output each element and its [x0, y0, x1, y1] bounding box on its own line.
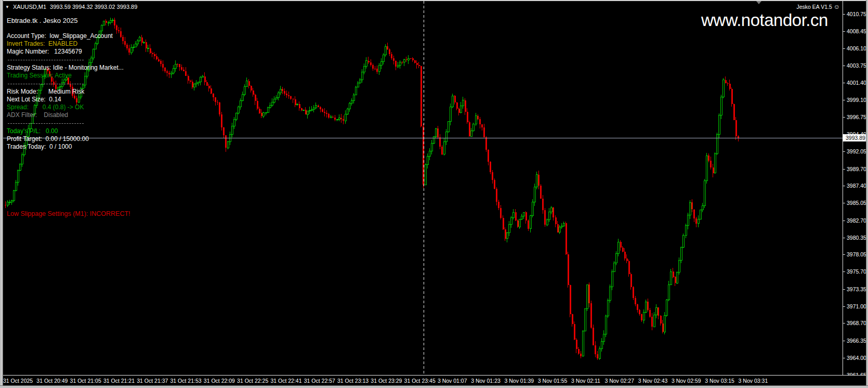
price-tick: [843, 100, 845, 100]
price-tick-label: 3973.35: [847, 286, 866, 292]
time-tick-label: 3 Nov 01:07: [438, 378, 467, 384]
ea-panel-line: Invert Trades: ENABLED: [7, 40, 124, 48]
ea-panel-line: Ebtrade.tk . Jesko 2025: [7, 17, 124, 24]
ea-panel-separator: [7, 80, 124, 88]
separator-line: [8, 84, 84, 84]
price-tick-label: 3978.05: [847, 251, 866, 257]
price-tick-label: 3985.05: [847, 200, 866, 206]
separator-line: [8, 60, 84, 60]
time-tick-label: 31 Oct 23:29: [371, 378, 402, 384]
ea-panel-line: ADX Filter: Disabled: [7, 111, 124, 119]
ea-panel-separator: [7, 119, 124, 127]
price-tick: [843, 289, 845, 290]
candlestick-chart[interactable]: [3, 1, 843, 375]
window-border-bottom: [0, 385, 868, 388]
ea-panel-line: Risk Mode: Medium Risk: [7, 88, 124, 96]
time-tick-label: 3 Nov 03:31: [739, 378, 768, 384]
price-tick: [843, 323, 845, 324]
price-tick: [843, 66, 845, 66]
ea-smiley-icon[interactable]: ☺: [834, 3, 840, 10]
price-tick: [843, 117, 845, 118]
time-tick-label: 31 Oct 23:45: [404, 378, 436, 384]
time-tick-label: 3 Nov 03:15: [705, 378, 734, 384]
quick-trade-arrow-icon[interactable]: ▼: [5, 5, 9, 9]
ea-panel-line: Trading Session: Active: [7, 72, 124, 80]
time-tick-label: 3 Nov 02:11: [571, 378, 600, 384]
time-tick-label: 3 Nov 01:39: [505, 378, 534, 384]
price-tick-label: 3996.75: [847, 114, 866, 120]
price-tick: [843, 341, 845, 341]
time-tick-label: 31 Oct 21:05: [70, 378, 101, 384]
price-tick-label: 3964.00: [847, 355, 866, 361]
price-tick: [843, 306, 845, 307]
ea-panel-line: Trades Today: 0 / 1000: [7, 143, 124, 151]
ea-panel-line: Strategy Status: Idle - Monitoring Marke…: [7, 64, 124, 72]
price-tick-label: 4008.45: [847, 28, 866, 34]
time-tick-label: 31 Oct 20:49: [36, 378, 68, 384]
price-tick-label: 3971.00: [847, 303, 866, 309]
price-tick-label: 3982.70: [847, 217, 866, 224]
price-tick-label: 4001.40: [847, 80, 866, 86]
price-tick: [843, 48, 845, 49]
symbol-label: XAUUSD,M1: [13, 4, 46, 10]
price-tick: [843, 186, 845, 186]
price-axis[interactable]: 4010.754008.454006.104003.754001.403999.…: [843, 1, 866, 375]
ea-panel-separator: [7, 56, 124, 64]
time-tick-label: 31 Oct 22:41: [270, 378, 301, 384]
time-tick-label: 3 Nov 02:43: [638, 378, 668, 384]
time-tick-label: 31 Oct 22:09: [204, 378, 235, 384]
price-tick-label: 3966.35: [847, 338, 866, 344]
price-tick-label: 4010.75: [847, 11, 866, 17]
time-tick-label: 3 Nov 02:27: [604, 378, 634, 384]
price-tick-label: 3968.70: [847, 320, 866, 326]
price-tick: [843, 221, 845, 221]
ea-panel-line: Next Lot Size: 0.14: [7, 96, 124, 104]
separator-line: [8, 123, 84, 124]
time-tick-label: 31 Oct 21:37: [137, 378, 168, 384]
price-tick-label: 3989.70: [847, 166, 866, 172]
price-tick: [843, 358, 845, 358]
time-tick-label: 3 Nov 02:59: [672, 378, 701, 384]
price-tick-label: 3987.40: [847, 183, 866, 189]
time-tick-label: 31 Oct 22:25: [237, 378, 268, 384]
window-border-right: [866, 0, 868, 388]
ohlc-values: 3993.59 3994.32 3993.02 3993.89: [50, 4, 137, 10]
time-tick-label: 31 Oct 23:13: [337, 378, 369, 384]
price-tick-label: 3992.05: [847, 148, 866, 154]
time-tick-label: 31 Oct 21:21: [103, 378, 135, 384]
current-price-box: 3993.89: [843, 134, 866, 141]
ea-panel-line: Profit Target: 0.00 / 15000.00: [7, 135, 124, 143]
ea-panel-line: Today's P/L: 0.00: [7, 127, 124, 135]
price-tick: [843, 271, 845, 272]
price-tick: [843, 14, 845, 15]
time-axis[interactable]: 31 Oct 202531 Oct 20:4931 Oct 21:0531 Oc…: [3, 375, 866, 385]
ea-name-label: Jesko EA V1.5: [796, 4, 832, 10]
price-tick: [843, 83, 845, 83]
watermark-text: www.notandor.cn: [701, 10, 828, 30]
chart-shift-marker-icon[interactable]: [756, 1, 761, 4]
price-tick: [843, 151, 845, 152]
price-tick-label: 3999.10: [847, 97, 866, 103]
time-tick-label: 31 Oct 21:53: [170, 378, 202, 384]
ea-panel-gap: [7, 24, 124, 32]
slippage-warning-text: Low Slippage Settings (M1): INCORRECT!: [7, 210, 130, 217]
time-tick-label: 3 Nov 01:23: [471, 378, 501, 384]
time-tick-label: 3 Nov 01:55: [538, 378, 568, 384]
price-tick-label: 3980.35: [847, 235, 866, 241]
price-tick-label: 4003.75: [847, 62, 866, 69]
price-tick: [843, 169, 845, 170]
ea-panel-line: Spread: 0.4 (0.8) -> OK: [7, 104, 124, 111]
price-tick: [843, 238, 845, 238]
chart-window[interactable]: ▼XAUUSD,M13993.59 3994.32 3993.02 3993.8…: [3, 1, 866, 385]
time-tick-label: 31 Oct 22:57: [304, 378, 335, 384]
price-tick: [843, 31, 845, 32]
ea-panel-line: Magic Number: 12345679: [7, 48, 124, 56]
time-tick-label: 31 Oct 2025: [3, 378, 33, 384]
ea-name-badge: Jesko EA V1.5☺: [796, 3, 840, 10]
ea-panel-line: Account Type: low_Slippage_Account: [7, 32, 124, 40]
symbol-ohlc-bar[interactable]: ▼XAUUSD,M13993.59 3994.32 3993.02 3993.8…: [5, 4, 137, 10]
price-tick: [843, 203, 845, 203]
price-tick: [843, 254, 845, 255]
price-tick-label: 4006.10: [847, 45, 866, 51]
ea-info-panel: Ebtrade.tk . Jesko 2025Account Type: low…: [7, 17, 124, 151]
